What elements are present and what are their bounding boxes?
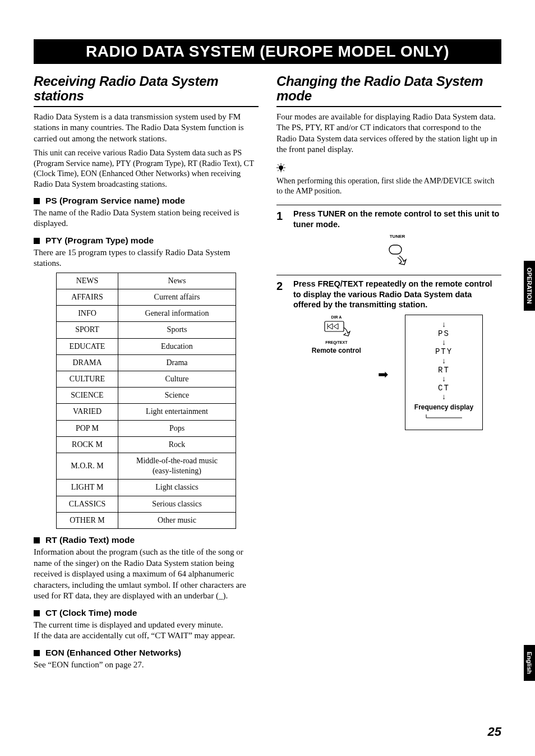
frequency-display-label: Frequency display — [414, 403, 473, 412]
note-amp-switch: When performing this operation, first sl… — [276, 176, 501, 196]
para-eon: See “EON function” on page 27. — [34, 660, 259, 671]
para-ps: The name of the Radio Data System statio… — [34, 208, 259, 229]
para-rds-types: This unit can receive various Radio Data… — [34, 147, 259, 189]
table-row: OTHER MOther music — [57, 512, 236, 528]
remote-control-caption: Remote control — [312, 347, 361, 356]
step-1: 1 Press TUNER on the remote control to s… — [276, 205, 501, 267]
step-2: 2 Press FREQ/TEXT repeatedly on the remo… — [276, 275, 501, 430]
subhead-rt: RT (Radio Text) mode — [34, 534, 259, 546]
square-bullet-icon — [34, 650, 40, 656]
freq-text-label: FREQ/TEXT — [312, 340, 361, 345]
svg-line-5 — [283, 170, 284, 171]
svg-rect-8 — [389, 245, 402, 254]
right-column: Changing the Radio Data System mode Four… — [276, 74, 501, 674]
subhead-ps: PS (Program Service name) mode — [34, 195, 259, 206]
square-bullet-icon — [34, 198, 40, 204]
table-row: LIGHT MLight classics — [57, 480, 236, 496]
mode-pty: PTY — [414, 347, 473, 357]
para-modes: Four modes are available for displaying … — [276, 112, 501, 155]
table-row: SCIENCEScience — [57, 388, 236, 404]
side-tab-english: English — [524, 645, 535, 681]
svg-line-6 — [278, 170, 279, 171]
subhead-ct: CT (Clock Time) mode — [34, 607, 259, 619]
table-row: POP MPops — [57, 420, 236, 436]
svg-marker-11 — [334, 324, 338, 329]
para-ct-1: The current time is displayed and update… — [34, 620, 259, 631]
arrow-right-icon: ➡ — [378, 367, 388, 383]
pty-table: NEWSNews AFFAIRSCurrent affairs INFOGene… — [56, 273, 236, 529]
table-row: EDUCATEEducation — [57, 338, 236, 354]
tuner-button-icon — [386, 243, 409, 267]
heading-receiving: Receiving Radio Data System stations — [34, 74, 259, 104]
step-2-number: 2 — [276, 279, 293, 430]
page-number: 25 — [488, 725, 501, 739]
mode-ps: PS — [414, 329, 473, 339]
square-bullet-icon — [34, 610, 40, 616]
square-bullet-icon — [34, 238, 40, 244]
table-row: SPORTSports — [57, 322, 236, 338]
svg-marker-10 — [328, 324, 333, 329]
step-2-text: Press FREQ/TEXT repeatedly on the remote… — [293, 279, 501, 311]
heading-changing: Changing the Radio Data System mode — [276, 74, 501, 104]
tuner-button-label: TUNER — [293, 234, 501, 239]
table-row: AFFAIRSCurrent affairs — [57, 289, 236, 306]
table-row: ROCK MRock — [57, 436, 236, 453]
page-title: RADIO DATA SYSTEM (EUROPE MODEL ONLY) — [86, 43, 449, 60]
table-row: VARIEDLight entertainment — [57, 404, 236, 420]
table-row: CLASSICSSerious classics — [57, 496, 236, 512]
svg-line-7 — [283, 164, 284, 165]
dir-a-label: DIR A — [312, 315, 361, 320]
tip-icon — [276, 163, 285, 172]
square-bullet-icon — [34, 537, 40, 543]
table-row: INFOGeneral information — [57, 306, 236, 322]
mode-sequence-box: ↓ PS ↓ PTY ↓ RT ↓ CT ↓ — [405, 315, 483, 430]
side-tab-operation: OPERATION — [524, 261, 535, 311]
para-pty: There are 15 program types to classify R… — [34, 247, 259, 269]
side-tabs: OPERATION English — [518, 0, 535, 756]
loop-line-icon — [422, 414, 467, 420]
table-row: M.O.R. MMiddle-of-the-road music (easy-l… — [57, 453, 236, 479]
svg-line-4 — [278, 164, 279, 165]
step-1-number: 1 — [276, 209, 293, 267]
section-head-receiving: Receiving Radio Data System stations — [34, 74, 259, 107]
section-head-changing: Changing the Radio Data System mode — [276, 74, 501, 107]
para-rt: Information about the program (such as t… — [34, 547, 259, 602]
table-row: NEWSNews — [57, 273, 236, 289]
subhead-eon: EON (Enhanced Other Networks) — [34, 647, 259, 658]
mode-rt: RT — [414, 365, 473, 375]
arrow-down-icon: ↓ — [414, 375, 473, 383]
page-title-banner: RADIO DATA SYSTEM (EUROPE MODEL ONLY) — [34, 39, 501, 64]
left-column: Receiving Radio Data System stations Rad… — [34, 74, 259, 674]
step-1-text: Press TUNER on the remote control to set… — [293, 209, 501, 230]
subhead-pty: PTY (Program Type) mode — [34, 235, 259, 246]
para-ct-2: If the data are accidentally cut off, “C… — [34, 630, 259, 642]
mode-ct: CT — [414, 383, 473, 393]
arrow-down-icon: ↓ — [414, 321, 473, 329]
table-row: DRAMADrama — [57, 354, 236, 371]
freq-text-button-icon — [322, 320, 350, 336]
arrow-down-icon: ↓ — [414, 393, 473, 401]
arrow-down-icon: ↓ — [414, 339, 473, 347]
para-rds-intro: Radio Data System is a data transmission… — [34, 112, 259, 145]
arrow-down-icon: ↓ — [414, 357, 473, 365]
table-row: CULTURECulture — [57, 371, 236, 388]
